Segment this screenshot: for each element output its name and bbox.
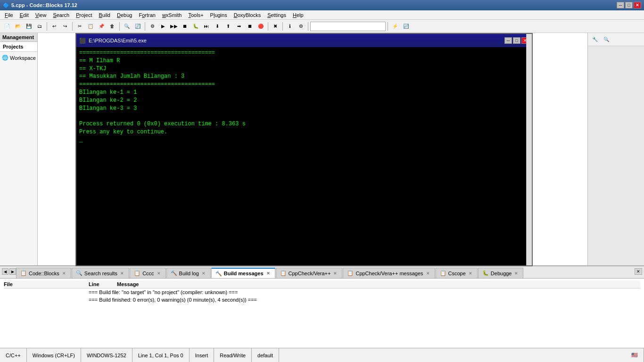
toolbar-sep-4 <box>145 22 145 31</box>
tab-codeblocks-close[interactable]: ✕ <box>61 271 67 276</box>
open-button[interactable]: 📂 <box>13 21 23 32</box>
console-minimize-button[interactable]: ─ <box>504 37 512 44</box>
run-button[interactable]: ▶ <box>158 21 168 32</box>
menu-view[interactable]: View <box>33 11 50 19</box>
tab-buildmsg-icon: 🔨 <box>215 271 222 277</box>
tab-buildmsg-close[interactable]: ✕ <box>265 271 271 276</box>
menu-bar: File Edit View Search Project Build Debu… <box>0 10 644 20</box>
settings-button[interactable]: ⚙ <box>296 21 306 32</box>
console-title-controls: ─ □ ✕ <box>504 37 529 44</box>
menu-settings[interactable]: Settings <box>264 11 289 19</box>
tab-cccc[interactable]: 📋 Cccc ✕ <box>130 268 165 278</box>
menu-debug[interactable]: Debug <box>114 11 135 19</box>
maximize-button[interactable]: □ <box>625 2 633 8</box>
tab-cscope[interactable]: 📋 Cscope ✕ <box>436 268 478 278</box>
delete-button[interactable]: 🗑 <box>107 21 117 32</box>
menu-plugins[interactable]: Plugins <box>207 11 230 19</box>
step-in-button[interactable]: ⬇ <box>212 21 223 32</box>
minimize-button[interactable]: ─ <box>617 2 624 8</box>
run-to-cursor-button[interactable]: ➡ <box>234 21 244 32</box>
tab-cscope-close[interactable]: ✕ <box>468 271 473 276</box>
save-button[interactable]: 💾 <box>24 21 34 32</box>
title-bar: 🔷 5.cpp - Code::Blocks 17.12 ─ □ ✕ <box>0 0 644 10</box>
replace-button[interactable]: 🔄 <box>132 21 143 32</box>
undo-button[interactable]: ↩ <box>49 21 59 32</box>
tab-buildlog-label: Build log <box>179 271 199 276</box>
console-title-text: E:\PROGDAS\Emil\5.exe <box>89 38 147 43</box>
tab-search-label: Search results <box>84 271 117 276</box>
right-panel-btn-2[interactable]: 🔍 <box>601 34 611 45</box>
tab-build-messages[interactable]: 🔨 Build messages ✕ <box>211 268 275 278</box>
tab-cppcheckmsg-close[interactable]: ✕ <box>425 271 431 276</box>
tab-nav-left[interactable]: ◀ <box>2 268 8 275</box>
tab-cppcheck-messages[interactable]: 📋 CppCheck/Vera++ messages ✕ <box>343 268 435 278</box>
tab-cppcheck-close[interactable]: ✕ <box>332 271 338 276</box>
tab-nav-right[interactable]: ▶ <box>9 268 16 275</box>
menu-edit[interactable]: Edit <box>17 11 32 19</box>
right-panel-btn-1[interactable]: 🔧 <box>590 34 600 45</box>
tab-cccc-close[interactable]: ✕ <box>156 271 162 276</box>
cut-button[interactable]: ✂ <box>74 21 85 32</box>
menu-search[interactable]: Search <box>50 11 72 19</box>
compile-button[interactable]: ⚙ <box>147 21 157 32</box>
console-line-1: ======================================== <box>79 49 529 57</box>
save-all-button[interactable]: 🗂 <box>34 21 45 32</box>
tab-buildmsg-label: Build messages <box>224 271 264 276</box>
paste-button[interactable]: 📌 <box>96 21 107 32</box>
toolbar-sep-5 <box>268 22 268 31</box>
bottom-tabs: ◀ ▶ 📋 Code::Blocks ✕ 🔍 Search results ✕ … <box>0 266 644 279</box>
bottom-header-row: File Line Message <box>4 280 640 288</box>
search-button[interactable]: 🔍 <box>122 21 132 32</box>
console-line-6: BIlangan ke-1 = 1 <box>79 89 529 97</box>
tab-search-results[interactable]: 🔍 Search results ✕ <box>72 268 129 278</box>
tab-cppcheck[interactable]: 📋 CppCheck/Vera++ ✕ <box>276 268 343 278</box>
info-button[interactable]: ℹ <box>285 21 295 32</box>
tab-debugger-close[interactable]: ✕ <box>513 271 519 276</box>
console-maximize-button[interactable]: □ <box>513 37 520 44</box>
step-out-button[interactable]: ⬆ <box>223 21 233 32</box>
menu-tools[interactable]: Tools+ <box>185 11 206 19</box>
new-button[interactable]: 📄 <box>2 21 12 32</box>
build-run-button[interactable]: ▶▶ <box>169 21 179 32</box>
tab-cscope-label: Cscope <box>448 271 466 276</box>
menu-doxyblocks[interactable]: DoxyBlocks <box>231 11 264 19</box>
bottom-panel-close-button[interactable]: ✕ <box>635 268 642 275</box>
redo-button[interactable]: ↪ <box>60 21 70 32</box>
compile-single-button[interactable]: ⚡ <box>390 21 400 32</box>
console-line-10: Process returned 0 (0x0) execution time … <box>79 120 529 128</box>
menu-project[interactable]: Project <box>73 11 95 19</box>
abort-button[interactable]: ✖ <box>270 21 281 32</box>
tab-build-log[interactable]: 🔨 Build log ✕ <box>166 268 211 278</box>
tab-cppcheck-icon: 📋 <box>280 270 287 276</box>
stop-debug-button[interactable]: ⏹ <box>245 21 255 32</box>
tab-codeblocks-icon: 📋 <box>20 270 27 276</box>
tab-buildlog-close[interactable]: ✕ <box>201 271 206 276</box>
tab-search-close[interactable]: ✕ <box>119 271 125 276</box>
console-cursor: _ <box>79 136 529 144</box>
sidebar-tab-projects[interactable]: Projects <box>0 42 37 52</box>
debug-button[interactable]: 🐛 <box>190 21 201 32</box>
tab-codeblocks[interactable]: 📋 Code::Blocks ✕ <box>16 268 71 278</box>
menu-help[interactable]: Help <box>290 11 306 19</box>
status-position: Line 1, Col 1, Pos 0 <box>132 348 190 362</box>
copy-button[interactable]: 📋 <box>85 21 96 32</box>
stop-build-button[interactable]: ⏹ <box>180 21 190 32</box>
menu-wxsmith[interactable]: wxSmith <box>159 11 185 19</box>
target-dropdown[interactable] <box>310 22 386 31</box>
status-permissions: Read/Write <box>214 348 252 362</box>
menu-build[interactable]: Build <box>96 11 113 19</box>
menu-fortran[interactable]: Fortran <box>136 11 158 19</box>
step-over-button[interactable]: ⏭ <box>201 21 212 32</box>
status-bar: C/C++ Windows (CR+LF) WINDOWS-1252 Line … <box>0 348 644 362</box>
workspace-item[interactable]: 🌐 Workspace <box>2 54 35 62</box>
bottom-panel: ◀ ▶ 📋 Code::Blocks ✕ 🔍 Search results ✕ … <box>0 265 644 348</box>
console-scrollbar[interactable] <box>526 34 532 265</box>
close-button[interactable]: ✕ <box>634 2 641 8</box>
toggle-break-button[interactable]: 🔴 <box>256 21 266 32</box>
console-icon: ⬛ <box>79 38 86 44</box>
tab-debugger[interactable]: 🐛 Debugge ✕ <box>478 268 524 278</box>
tab-cppcheck-label: CppCheck/Vera++ <box>289 271 331 276</box>
tab-cppcheckmsg-icon: 📋 <box>347 270 354 276</box>
menu-file[interactable]: File <box>2 11 16 19</box>
rebuild-button[interactable]: 🔃 <box>401 21 411 32</box>
